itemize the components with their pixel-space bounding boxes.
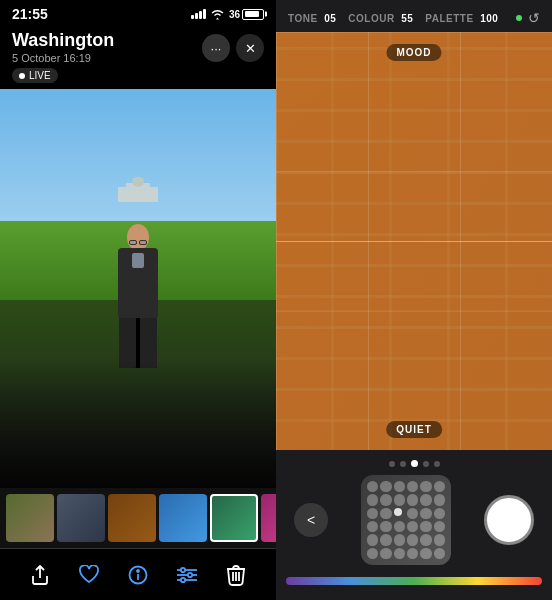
fdot bbox=[420, 494, 431, 505]
horizontal-line bbox=[276, 241, 552, 242]
fdot-selected bbox=[394, 508, 402, 516]
delete-button[interactable] bbox=[218, 557, 254, 593]
palette-tab[interactable]: PALETTE 100 bbox=[425, 13, 498, 24]
fdot bbox=[420, 534, 431, 545]
share-button[interactable] bbox=[22, 557, 58, 593]
fdot bbox=[394, 548, 405, 559]
active-indicator-dot bbox=[516, 15, 522, 21]
page-dot-5[interactable] bbox=[434, 461, 440, 467]
photo-date: 5 October 16:19 bbox=[12, 52, 114, 64]
svg-point-12 bbox=[188, 572, 192, 576]
person-torso bbox=[118, 248, 158, 318]
battery-percent: 36 bbox=[229, 9, 240, 20]
color-slider[interactable] bbox=[286, 577, 542, 585]
tone-label: TONE bbox=[288, 13, 318, 24]
fdot bbox=[367, 534, 378, 545]
adjust-button[interactable] bbox=[169, 557, 205, 593]
thumbnail-strip[interactable] bbox=[0, 488, 276, 548]
action-bar bbox=[0, 548, 276, 600]
fdot bbox=[367, 521, 378, 532]
status-bar: 21:55 36 bbox=[0, 0, 276, 26]
page-dot-1[interactable] bbox=[389, 461, 395, 467]
fdot bbox=[407, 481, 418, 492]
quiet-label: QUIET bbox=[386, 421, 442, 438]
more-button[interactable]: ··· bbox=[202, 34, 230, 62]
bottom-row: < bbox=[286, 475, 542, 565]
wifi-icon bbox=[210, 9, 225, 20]
edit-top-bar: TONE 05 COLOUR 55 PALETTE 100 ↺ bbox=[276, 0, 552, 32]
thumbnail-item[interactable] bbox=[159, 494, 207, 542]
fdot bbox=[380, 481, 391, 492]
tone-tab[interactable]: TONE 05 bbox=[288, 13, 336, 24]
colour-tab[interactable]: COLOUR 55 bbox=[348, 13, 413, 24]
photo-title: Washington bbox=[12, 30, 114, 51]
capitol-icon bbox=[113, 177, 163, 202]
fdot bbox=[407, 534, 418, 545]
status-time: 21:55 bbox=[12, 6, 48, 22]
right-panel: TONE 05 COLOUR 55 PALETTE 100 ↺ MOOD QUI… bbox=[276, 0, 552, 600]
fdot bbox=[434, 548, 445, 559]
page-dot-3-active[interactable] bbox=[411, 460, 418, 467]
fdot bbox=[394, 521, 405, 532]
fdot bbox=[367, 494, 378, 505]
fdot bbox=[380, 534, 391, 545]
svg-point-4 bbox=[132, 177, 144, 187]
sky-bg bbox=[0, 89, 276, 229]
fdot bbox=[380, 508, 391, 519]
colour-label: COLOUR bbox=[348, 13, 394, 24]
svg-point-11 bbox=[181, 567, 185, 571]
thumbnail-item[interactable] bbox=[261, 494, 276, 542]
fdot bbox=[434, 481, 445, 492]
thumbnail-item[interactable] bbox=[57, 494, 105, 542]
status-icons: 36 bbox=[191, 9, 264, 20]
fdot bbox=[434, 494, 445, 505]
fdot bbox=[394, 481, 405, 492]
fdot bbox=[407, 494, 418, 505]
live-badge[interactable]: LIVE bbox=[12, 68, 58, 83]
thumbnail-item[interactable] bbox=[108, 494, 156, 542]
edit-photo-area[interactable]: MOOD QUIET bbox=[276, 32, 552, 450]
tone-value: 05 bbox=[324, 13, 336, 24]
person-head bbox=[127, 224, 149, 250]
signal-bars-icon bbox=[191, 9, 206, 19]
main-photo bbox=[0, 89, 276, 488]
fdot bbox=[367, 508, 378, 519]
fdot bbox=[434, 508, 445, 519]
header-buttons: ··· ✕ bbox=[202, 34, 264, 62]
filter-dots-grid bbox=[361, 475, 451, 565]
back-button[interactable]: < bbox=[294, 503, 328, 537]
info-button[interactable] bbox=[120, 557, 156, 593]
page-indicators bbox=[389, 460, 440, 467]
fdot bbox=[407, 508, 418, 519]
page-dot-2[interactable] bbox=[400, 461, 406, 467]
live-dot-icon bbox=[19, 73, 25, 79]
shutter-button[interactable] bbox=[484, 495, 534, 545]
live-label: LIVE bbox=[29, 70, 51, 81]
fdot bbox=[367, 548, 378, 559]
page-dot-4[interactable] bbox=[423, 461, 429, 467]
photo-scene bbox=[0, 89, 276, 488]
fdot bbox=[380, 548, 391, 559]
favorite-button[interactable] bbox=[71, 557, 107, 593]
mood-label: MOOD bbox=[386, 44, 441, 61]
svg-point-13 bbox=[181, 577, 185, 581]
palette-label: PALETTE bbox=[425, 13, 473, 24]
palette-value: 100 bbox=[480, 13, 498, 24]
fdot bbox=[380, 494, 391, 505]
fdot bbox=[407, 548, 418, 559]
reset-button[interactable]: ↺ bbox=[528, 10, 540, 26]
thumbnail-item[interactable] bbox=[6, 494, 54, 542]
fdot bbox=[420, 548, 431, 559]
battery-indicator: 36 bbox=[229, 9, 264, 20]
close-button[interactable]: ✕ bbox=[236, 34, 264, 62]
fdot bbox=[394, 534, 405, 545]
battery-icon bbox=[242, 9, 264, 20]
photo-title-section: Washington 5 October 16:19 LIVE bbox=[12, 30, 114, 83]
left-panel: 21:55 36 Washington 5 October 16:19 bbox=[0, 0, 276, 600]
fdot bbox=[380, 521, 391, 532]
fdot bbox=[434, 534, 445, 545]
edit-tabs: TONE 05 COLOUR 55 PALETTE 100 bbox=[288, 13, 498, 24]
filter-grid-selector[interactable] bbox=[361, 475, 451, 565]
thumbnail-item-selected[interactable] bbox=[210, 494, 258, 542]
photo-header: Washington 5 October 16:19 LIVE ··· ✕ bbox=[0, 26, 276, 89]
